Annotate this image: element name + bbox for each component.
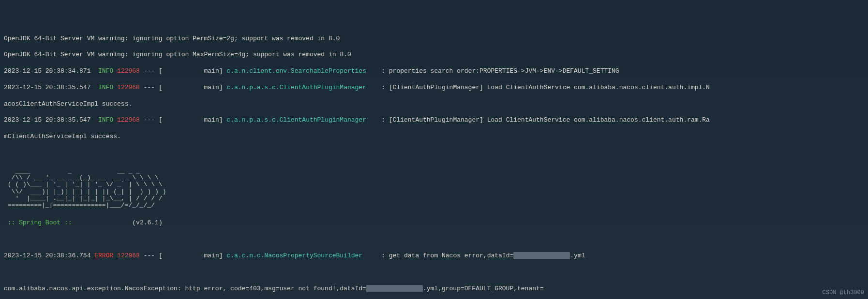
- error-log-entry: 2023-12-15 20:38:36.754 ERROR 122968 ---…: [4, 252, 864, 260]
- log-level-info: INFO: [98, 84, 113, 91]
- timestamp: 2023-12-15 20:38:35.547: [4, 116, 90, 124]
- log-separator: :: [377, 84, 389, 91]
- exception-message-post: .yml,group=DEFAULT_GROUP,tenant=: [423, 285, 544, 292]
- log-message: properties search order:PROPERTIES->JVM-…: [389, 67, 619, 75]
- log-level-error: ERROR: [94, 252, 113, 259]
- jvm-warning-line: OpenJDK 64-Bit Server VM warning: ignori…: [4, 35, 864, 43]
- timestamp: 2023-12-15 20:38:36.754: [4, 252, 90, 259]
- log-continuation: mClientAuthServiceImpl success.: [4, 133, 864, 141]
- thread-name: --- [ main]: [140, 84, 226, 91]
- thread-name: --- [ main]: [140, 67, 226, 75]
- blank-line: [4, 236, 864, 244]
- logger-name: c.a.n.p.a.s.c.ClientAuthPluginManager: [226, 116, 377, 124]
- blank-line: [4, 149, 864, 157]
- process-id: 122968: [117, 116, 140, 124]
- log-separator: :: [377, 116, 389, 124]
- error-message-pre: get data from Nacos error,dataId=: [389, 252, 513, 259]
- redacted-text: xxxxxxxxxxxxxxx: [513, 252, 570, 259]
- blank-line: [4, 268, 864, 277]
- logger-name: c.a.c.n.c.NacosPropertySourceBuilder: [226, 252, 377, 259]
- spring-boot-version: (v2.6.1): [132, 219, 162, 226]
- jvm-warning-line: OpenJDK 64-Bit Server VM warning: ignori…: [4, 51, 864, 59]
- logger-name: c.a.n.client.env.SearchableProperties: [226, 67, 377, 75]
- timestamp: 2023-12-15 20:38:35.547: [4, 84, 90, 91]
- watermark: CSDN @th3000: [823, 289, 864, 297]
- spring-boot-version-line: :: Spring Boot :: (v2.6.1): [4, 219, 864, 227]
- log-level-info: INFO: [98, 116, 113, 124]
- banner-prefix: ::: [4, 219, 19, 226]
- log-separator: :: [377, 67, 389, 75]
- log-level-info: INFO: [98, 67, 113, 75]
- log-entry: 2023-12-15 20:38:35.547 INFO 122968 --- …: [4, 84, 864, 92]
- banner-suffix: ::: [60, 219, 132, 226]
- log-message: [ClientAuthPluginManager] Load ClientAut…: [389, 116, 710, 124]
- process-id: 122968: [117, 67, 140, 75]
- log-separator: :: [377, 252, 389, 259]
- log-entry: 2023-12-15 20:38:34.871 INFO 122968 --- …: [4, 67, 864, 76]
- logger-name: c.a.n.p.a.s.c.ClientAuthPluginManager: [226, 84, 377, 91]
- log-continuation: acosClientAuthServiceImpl success.: [4, 100, 864, 109]
- exception-line: com.alibaba.nacos.api.exception.NacosExc…: [4, 285, 864, 293]
- process-id: 122968: [117, 84, 140, 91]
- banner-label: Spring Boot: [19, 219, 60, 226]
- error-message-post: .yml: [570, 252, 585, 259]
- timestamp: 2023-12-15 20:38:34.871: [4, 67, 90, 75]
- thread-name: --- [ main]: [140, 252, 226, 259]
- spring-boot-banner: ____ _ __ _ _ /\\ / ___'_ __ _ _(_)_ __ …: [4, 168, 864, 209]
- log-message: [ClientAuthPluginManager] Load ClientAut…: [389, 84, 710, 91]
- log-entry: 2023-12-15 20:38:35.547 INFO 122968 --- …: [4, 116, 864, 125]
- thread-name: --- [ main]: [140, 116, 226, 124]
- process-id: 122968: [117, 252, 140, 259]
- exception-message-pre: com.alibaba.nacos.api.exception.NacosExc…: [4, 285, 366, 292]
- redacted-text: xxxxxxxxxxxxxxx: [366, 285, 423, 292]
